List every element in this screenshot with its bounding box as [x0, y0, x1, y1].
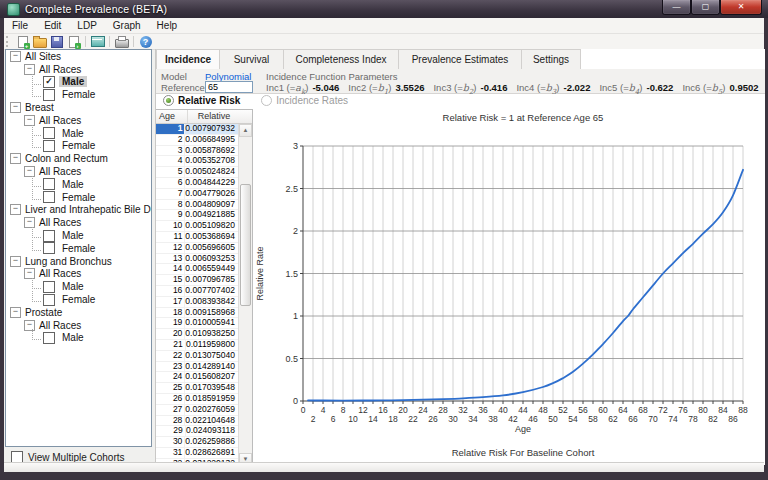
x-axis-label: Age — [515, 424, 531, 434]
tree-sex-label[interactable]: Male — [59, 281, 87, 292]
collapse-icon[interactable]: − — [10, 204, 21, 215]
tree-sex-label[interactable]: Female — [59, 140, 98, 151]
menu-graph[interactable]: Graph — [105, 19, 149, 32]
collapse-icon[interactable]: − — [10, 256, 21, 267]
sex-checkbox[interactable] — [43, 332, 55, 344]
table-row[interactable]: 270.020276059 — [156, 405, 238, 416]
tree-site-label: Breast — [25, 102, 54, 113]
tree-sex-label[interactable]: Male — [59, 230, 87, 241]
tab-completeness-index[interactable]: Completeness Index — [284, 49, 399, 70]
tab-settings[interactable]: Settings — [522, 49, 581, 70]
relative-risk-column-header[interactable]: Relative Risk — [188, 110, 240, 123]
tree-race-row[interactable]: −All Races — [6, 216, 151, 229]
tree-sex-row[interactable]: ✓Male — [6, 76, 151, 89]
tree-race-row[interactable]: −All Races — [6, 319, 151, 332]
tree-sex-row[interactable]: Female — [6, 191, 151, 204]
tree-sex-row[interactable]: Female — [6, 88, 151, 101]
tree-sex-label[interactable]: Female — [59, 243, 98, 254]
table-row[interactable]: 20.006684995 — [156, 135, 238, 146]
matrix-window-button[interactable] — [89, 35, 106, 49]
tree-sex-label[interactable]: Female — [59, 192, 98, 203]
minimize-button[interactable]: — — [662, 0, 691, 15]
tree-sex-row[interactable]: Male — [6, 280, 151, 293]
tree-sex-label[interactable]: Male — [59, 332, 87, 343]
x-tick-label: 60 — [598, 405, 608, 415]
sex-checkbox[interactable] — [43, 294, 55, 306]
tree-race-row[interactable]: −All Races — [6, 268, 151, 281]
title-bar[interactable]: Complete Prevalence (BETA) —▢✕ — [0, 0, 768, 18]
tree-site-row[interactable]: −Breast — [6, 101, 151, 114]
sex-checkbox[interactable] — [43, 191, 55, 203]
sex-checkbox[interactable]: ✓ — [43, 76, 55, 88]
tree-sex-row[interactable]: Male — [6, 127, 151, 140]
tab-prevalence-estimates[interactable]: Prevalence Estimates — [399, 49, 522, 70]
sex-checkbox[interactable] — [43, 230, 55, 242]
tab-incidence[interactable]: Incidence — [156, 49, 220, 70]
tree-sex-row[interactable]: Female — [6, 242, 151, 255]
scroll-up-icon[interactable]: ▲ — [239, 124, 252, 137]
relative-risk-cell: 0.020276059 — [185, 405, 238, 415]
maximize-button[interactable]: ▢ — [691, 0, 720, 15]
open-folder-icon — [33, 38, 47, 48]
new-file-button[interactable]: + — [14, 35, 31, 49]
open-folder-button[interactable] — [31, 35, 48, 49]
x-tick-label: 76 — [678, 405, 688, 415]
sex-checkbox[interactable] — [43, 178, 55, 190]
collapse-icon[interactable]: − — [10, 51, 21, 62]
tree-sex-label[interactable]: Female — [59, 89, 98, 100]
site-tree[interactable]: −All Sites−All Races✓MaleFemale−Breast−A… — [5, 49, 152, 447]
collapse-icon[interactable]: − — [10, 307, 21, 318]
relative-risk-cell: 0.005696605 — [185, 243, 238, 253]
table-row[interactable]: 220.013075040 — [156, 351, 238, 362]
reference-age-input[interactable] — [205, 81, 253, 93]
scrollbar-thumb[interactable] — [240, 184, 251, 306]
print-button[interactable] — [113, 35, 130, 49]
collapse-icon[interactable]: − — [10, 102, 21, 113]
relative-risk-cell: 0.018591959 — [185, 394, 238, 404]
tree-sex-row[interactable]: Female — [6, 293, 151, 306]
tree-race-row[interactable]: −All Races — [6, 114, 151, 127]
tree-sex-label[interactable]: Female — [59, 294, 98, 305]
tree-sex-label[interactable]: Male — [59, 128, 87, 139]
table-row[interactable]: 70.004779026 — [156, 189, 238, 200]
tree-site-row[interactable]: −All Sites — [6, 50, 151, 63]
export-file-button[interactable]: › — [65, 35, 82, 49]
sex-checkbox[interactable] — [43, 281, 55, 293]
radio-relative-risk[interactable] — [163, 95, 174, 106]
tree-sex-row[interactable]: Male — [6, 229, 151, 242]
sex-checkbox[interactable] — [43, 127, 55, 139]
tree-site-row[interactable]: −Liver and Intrahepatic Bile Duct — [6, 204, 151, 217]
close-button[interactable]: ✕ — [720, 0, 762, 15]
menu-help[interactable]: Help — [149, 19, 186, 32]
help-button[interactable]: ? — [137, 35, 154, 49]
tab-survival[interactable]: Survival — [220, 49, 284, 70]
table-scrollbar[interactable]: ▲ ▼ — [238, 124, 252, 466]
tree-race-row[interactable]: −All Races — [6, 165, 151, 178]
age-cell: 15 — [156, 275, 185, 285]
sex-checkbox[interactable] — [43, 89, 55, 101]
table-row[interactable]: 170.008393842 — [156, 297, 238, 308]
tree-race-row[interactable]: −All Races — [6, 63, 151, 76]
age-cell: 6 — [156, 178, 185, 188]
tree-site-row[interactable]: −Lung and Bronchus — [6, 255, 151, 268]
menu-ldp[interactable]: LDP — [69, 19, 104, 32]
collapse-icon[interactable]: − — [10, 153, 21, 164]
display-mode-radios: Relative RiskIncidence Rates — [156, 93, 765, 108]
menu-edit[interactable]: Edit — [36, 19, 69, 32]
tree-race-label: All Races — [39, 320, 81, 331]
tree-sex-label[interactable]: Male — [59, 179, 87, 190]
tree-site-row[interactable]: −Colon and Rectum — [6, 152, 151, 165]
table-row[interactable]: 120.005696605 — [156, 243, 238, 254]
save-button[interactable] — [48, 35, 65, 49]
tree-sex-row[interactable]: Male — [6, 332, 151, 345]
tree-sex-row[interactable]: Male — [6, 178, 151, 191]
tree-sex-label[interactable]: Male — [59, 76, 87, 87]
sex-checkbox[interactable] — [43, 140, 55, 152]
sex-checkbox[interactable] — [43, 242, 55, 254]
parameter-symbol: b3 — [546, 82, 557, 93]
age-column-header[interactable]: Age — [156, 110, 188, 123]
menu-file[interactable]: File — [4, 19, 36, 32]
tree-site-row[interactable]: −Prostate — [6, 306, 151, 319]
tree-sex-row[interactable]: Female — [6, 140, 151, 153]
table-header: Age Relative Risk — [156, 110, 252, 124]
